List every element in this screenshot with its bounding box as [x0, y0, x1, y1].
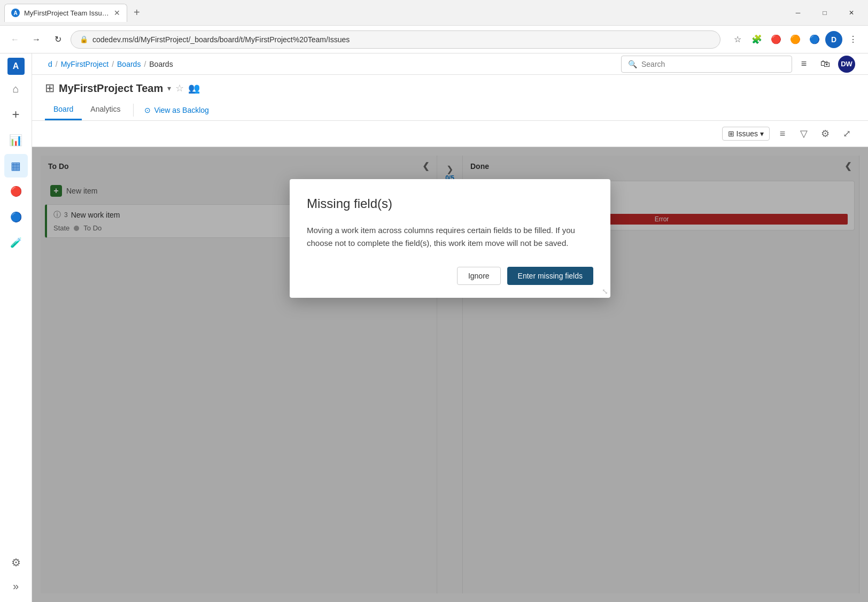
- sidebar-icon-settings[interactable]: ⚙: [4, 551, 28, 574]
- forward-button[interactable]: →: [28, 31, 45, 48]
- breadcrumb-d[interactable]: d: [48, 60, 52, 68]
- nav-bar: ← → ↻ 🔒 codedev.ms/d/MyFirstProject/_boa…: [0, 26, 868, 53]
- board-toolbar: ⊞ Issues ▾ ≡ ▽ ⚙ ⤢: [32, 121, 868, 147]
- browser-titlebar: A MyFirstProject Team Issues Board ✕ + ─…: [0, 0, 868, 26]
- sidebar-icon-azure[interactable]: A: [7, 58, 25, 75]
- fullscreen-button[interactable]: ⤢: [838, 125, 855, 142]
- tab-title: MyFirstProject Team Issues Board: [24, 9, 110, 17]
- address-bar[interactable]: 🔒 codedev.ms/d/MyFirstProject/_boards/bo…: [71, 30, 720, 49]
- nav-tabs: Board Analytics ⊙ View as Backlog: [45, 99, 855, 120]
- sidebar-icon-home[interactable]: ⌂: [4, 77, 28, 101]
- lock-icon: 🔒: [80, 35, 88, 43]
- project-icon: ⊞: [45, 81, 55, 95]
- topbar-right: ≡ 🛍 DW: [795, 56, 855, 73]
- tab-close-button[interactable]: ✕: [114, 9, 120, 17]
- profile-button[interactable]: D: [825, 31, 842, 48]
- breadcrumb-boards2: Boards: [149, 60, 173, 68]
- sidebar-bottom: ⚙ »: [4, 551, 28, 598]
- tab-divider: [133, 104, 134, 117]
- modal-overlay: Missing field(s) Moving a work item acro…: [32, 147, 868, 602]
- issues-chevron-icon: ▾: [760, 129, 764, 138]
- menu-button[interactable]: ⋮: [844, 31, 862, 48]
- breadcrumb-project[interactable]: MyFirstProject: [61, 60, 108, 68]
- sidebar-icon-add[interactable]: +: [4, 103, 28, 126]
- maximize-button[interactable]: □: [812, 5, 837, 21]
- search-area: 🔍: [621, 56, 792, 73]
- sidebar-icon-dashboard[interactable]: 📊: [4, 128, 28, 152]
- sidebar-icon-expand[interactable]: »: [4, 574, 28, 598]
- missing-fields-dialog: Missing field(s) Moving a work item acro…: [290, 179, 610, 298]
- dialog-title: Missing field(s): [307, 196, 593, 211]
- app-container: A ⌂ + 📊 ▦ 🔴 🔵 🧪 ⚙ » d / MyFirstProject: [0, 53, 868, 602]
- active-tab[interactable]: A MyFirstProject Team Issues Board ✕: [4, 4, 127, 22]
- user-avatar[interactable]: DW: [838, 56, 855, 73]
- project-star-button[interactable]: ☆: [175, 82, 184, 94]
- close-button[interactable]: ✕: [839, 5, 864, 21]
- extension3-button[interactable]: 🟠: [787, 31, 804, 48]
- tab-board[interactable]: Board: [45, 99, 82, 120]
- sidebar-icon-pipelines[interactable]: 🔵: [4, 205, 28, 229]
- search-icon: 🔍: [628, 60, 637, 68]
- project-team-button[interactable]: 👥: [188, 82, 200, 94]
- bag-icon-button[interactable]: 🛍: [817, 56, 834, 73]
- view-as-backlog-button[interactable]: ⊙ View as Backlog: [138, 101, 215, 120]
- minimize-button[interactable]: ─: [786, 5, 810, 21]
- breadcrumb-sep2: /: [112, 60, 114, 68]
- main-content: d / MyFirstProject / Boards / Boards 🔍 ≡…: [32, 53, 868, 602]
- project-title-row: ⊞ MyFirstProject Team ▾ ☆ 👥: [45, 81, 855, 95]
- extension4-button[interactable]: 🔵: [806, 31, 823, 48]
- board-toolbar-right: ⊞ Issues ▾ ≡ ▽ ⚙ ⤢: [722, 125, 855, 142]
- project-header: ⊞ MyFirstProject Team ▾ ☆ 👥 Board Analyt…: [32, 75, 868, 121]
- bookmark-button[interactable]: ☆: [729, 31, 746, 48]
- filter-button[interactable]: ▽: [795, 125, 812, 142]
- backlog-label: View as Backlog: [154, 106, 208, 114]
- settings-button[interactable]: ⚙: [817, 125, 834, 142]
- project-dropdown-button[interactable]: ▾: [167, 84, 171, 92]
- dialog-resize-handle[interactable]: ⤡: [602, 287, 608, 296]
- browser-frame: A MyFirstProject Team Issues Board ✕ + ─…: [0, 0, 868, 602]
- sidebar-icon-repos[interactable]: 🔴: [4, 180, 28, 203]
- sidebar: A ⌂ + 📊 ▦ 🔴 🔵 🧪 ⚙ »: [0, 53, 32, 602]
- extension2-button[interactable]: 🔴: [768, 31, 785, 48]
- back-button[interactable]: ←: [6, 31, 24, 48]
- tab-analytics[interactable]: Analytics: [82, 99, 129, 120]
- nav-actions: ☆ 🧩 🔴 🟠 🔵 D ⋮: [729, 31, 862, 48]
- new-tab-button[interactable]: +: [129, 4, 144, 21]
- extension1-button[interactable]: 🧩: [748, 31, 765, 48]
- issues-grid-icon: ⊞: [728, 129, 734, 138]
- breadcrumb-sep1: /: [56, 60, 58, 68]
- backlog-icon: ⊙: [144, 106, 151, 114]
- refresh-button[interactable]: ↻: [49, 31, 66, 48]
- view-options-button[interactable]: ≡: [774, 125, 791, 142]
- enter-missing-fields-button[interactable]: Enter missing fields: [507, 267, 593, 285]
- sidebar-icon-boards[interactable]: ▦: [4, 154, 28, 177]
- dialog-body: Moving a work item across columns requir…: [307, 224, 593, 250]
- search-box[interactable]: 🔍: [621, 56, 792, 73]
- tab-favicon: A: [11, 9, 20, 17]
- dialog-footer: Ignore Enter missing fields: [307, 267, 593, 285]
- list-icon-button[interactable]: ≡: [795, 56, 812, 73]
- tab-bar: A MyFirstProject Team Issues Board ✕ +: [4, 4, 144, 22]
- breadcrumb-bar: d / MyFirstProject / Boards / Boards 🔍 ≡…: [32, 53, 868, 75]
- breadcrumb-sep3: /: [144, 60, 146, 68]
- board-content: To Do ❮ + New item 🔍 ⓘ 3: [32, 147, 868, 602]
- breadcrumb-boards1[interactable]: Boards: [117, 60, 141, 68]
- url-text: codedev.ms/d/MyFirstProject/_boards/boar…: [92, 35, 711, 44]
- ignore-button[interactable]: Ignore: [457, 267, 501, 285]
- issues-dropdown[interactable]: ⊞ Issues ▾: [722, 127, 770, 141]
- sidebar-icon-flask[interactable]: 🧪: [4, 231, 28, 254]
- window-controls: ─ □ ✕: [786, 5, 864, 21]
- issues-label: Issues: [737, 129, 758, 138]
- project-name: MyFirstProject Team: [59, 82, 163, 95]
- search-input[interactable]: [641, 60, 785, 68]
